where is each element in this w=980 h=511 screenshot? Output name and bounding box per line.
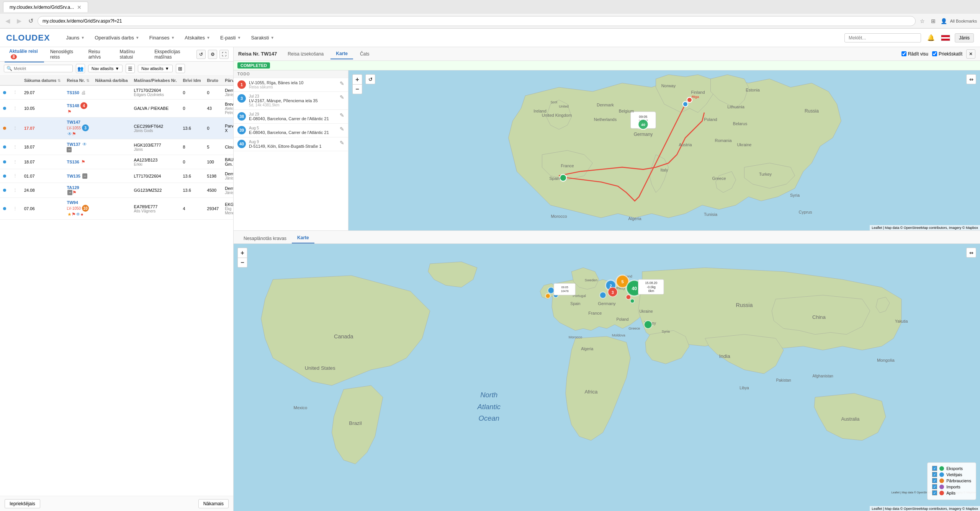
row-menu-btn[interactable]: ⋮ — [12, 106, 18, 111]
route-item[interactable]: 1 LV-1055, Rīga, Bānes iela 10 Reisa sāk… — [234, 78, 348, 92]
bookmark-btn[interactable]: ☆ — [918, 16, 927, 26]
fullscreen-btn[interactable]: ⛶ — [219, 50, 229, 59]
world-zoom-out-btn[interactable]: − — [237, 258, 247, 268]
row-menu-btn[interactable]: ⋮ — [12, 206, 18, 211]
tab-karte[interactable]: Karte — [330, 49, 353, 59]
route-item[interactable]: 3 Jul 23 LV-2167, Mārupe, Pīlenciema iel… — [234, 92, 348, 110]
legend-aplis-checkbox[interactable] — [932, 490, 937, 495]
show-all-check[interactable] — [901, 51, 906, 56]
legend-imports-checkbox[interactable] — [932, 484, 937, 489]
world-zoom-in-btn[interactable]: + — [237, 248, 247, 258]
profile-btn[interactable]: 👤 — [939, 16, 949, 26]
world-map-layers-btn[interactable]: ⇔ — [966, 248, 976, 258]
tab-reisu-arhivs[interactable]: Reisu arhīvs — [84, 47, 114, 62]
row-menu-btn[interactable]: ⋮ — [12, 188, 18, 193]
trip-nr[interactable]: TW147 — [67, 120, 80, 124]
extensions-btn[interactable]: ⊞ — [929, 16, 938, 26]
nav-item-finanses[interactable]: Finanses ▼ — [145, 33, 180, 43]
nav-item-saraksti[interactable]: Saraksti ▼ — [246, 33, 279, 43]
tab-ekspedicijas[interactable]: Ekspedīcijas mašīnas — [150, 47, 195, 62]
route-edit-btn[interactable]: ✎ — [340, 94, 344, 100]
settings-btn[interactable]: ⚙ — [208, 50, 217, 59]
nav-item-operativais[interactable]: Operatīvais darbs ▼ — [90, 33, 144, 43]
tab-reisa-izsekosana[interactable]: Reisa izsekošana — [282, 49, 329, 59]
legend-eksports-checkbox[interactable] — [932, 466, 937, 471]
tab-cats[interactable]: Čats — [355, 49, 375, 59]
notification-btn[interactable]: 🔔 — [926, 33, 936, 43]
map-refresh-btn[interactable]: ↺ — [365, 74, 375, 84]
route-edit-btn[interactable]: ✎ — [340, 126, 344, 132]
row-menu-btn[interactable]: ⋮ — [12, 145, 18, 149]
trip-nr[interactable]: TW135 — [67, 174, 80, 178]
zoom-in-btn[interactable]: + — [352, 74, 362, 84]
row-dots-cell[interactable]: ⋮ — [9, 100, 21, 118]
table-row[interactable]: ⋮ 07.06 TW94LV-1050 10 ★⚑👁● EA789/E777 A… — [0, 198, 233, 220]
row-menu-btn[interactable]: ⋮ — [12, 160, 18, 164]
row-dots-cell[interactable]: ⋮ — [9, 155, 21, 169]
table-row[interactable]: ⋮ 18.07 TS136 ⚑ AA123/B123 Erkki 0 100 B… — [0, 155, 233, 169]
grid-view-btn[interactable]: ⊞ — [176, 64, 185, 73]
tab-karte-bottom[interactable]: Karte — [292, 233, 314, 243]
users-filter-btn[interactable]: 👥 — [76, 64, 85, 73]
language-flag[interactable] — [941, 35, 950, 41]
row-menu-btn[interactable]: ⋮ — [12, 126, 18, 131]
table-row[interactable]: ⋮ 10.05 TS148 4 ⚑ GALVA / PIEKABE 0 43 B… — [0, 100, 233, 118]
tab-nesaplanotaas-kravas[interactable]: Nesaplānotās kravas — [238, 233, 292, 243]
close-trip-detail-btn[interactable]: ✕ — [966, 49, 975, 59]
back-btn[interactable]: ◀ — [3, 16, 12, 26]
legend-vietejais-checkbox[interactable] — [932, 472, 937, 477]
legend-parbrauciens-checkbox[interactable] — [932, 478, 937, 483]
dropdown-filter-2[interactable]: Nav atlasīts ▼ — [138, 65, 172, 72]
forward-btn[interactable]: ▶ — [15, 16, 24, 26]
tab-close-btn[interactable]: ✕ — [77, 4, 82, 10]
zoom-out-btn[interactable]: − — [352, 84, 362, 94]
dropdown-filter-1[interactable]: Nav atlasīts ▼ — [88, 65, 123, 72]
route-item[interactable]: 38 Jul 29 E-08040, Barcelona, Carrer de … — [234, 110, 348, 124]
refresh-btn[interactable]: ↺ — [196, 50, 206, 59]
browser-tab[interactable]: my.cloudex.lv/demo/GridSrv.a... ✕ — [3, 2, 88, 12]
row-menu-btn[interactable]: ⋮ — [12, 173, 18, 178]
row-dots-cell[interactable]: ⋮ — [9, 85, 21, 100]
previews-check[interactable] — [932, 51, 937, 56]
row-dots-cell[interactable]: ⋮ — [9, 139, 21, 155]
trip-nr[interactable]: TS136 — [67, 160, 79, 164]
map-layers-btn[interactable]: ⇔ — [966, 74, 976, 84]
nav-item-epasti[interactable]: E-pasti ▼ — [216, 33, 245, 43]
route-edit-btn[interactable]: ✎ — [340, 112, 344, 118]
route-edit-btn[interactable]: ✎ — [340, 80, 344, 87]
filter-search-box[interactable]: 🔍 — [4, 65, 73, 72]
list-view-btn[interactable]: ☰ — [126, 64, 135, 73]
row-dots-cell[interactable]: ⋮ — [9, 118, 21, 139]
row-dots-cell[interactable]: ⋮ — [9, 198, 21, 220]
reload-btn[interactable]: ↺ — [26, 16, 35, 26]
trip-nr[interactable]: TS150 — [67, 90, 79, 95]
world-map-container[interactable]: Canada United States Mexico Brazil Franc… — [234, 244, 980, 511]
row-dots-cell[interactable]: ⋮ — [9, 169, 21, 183]
tab-masinu-statusi[interactable]: Mašīnu statusi — [115, 47, 149, 62]
show-all-checkbox[interactable]: Rādīt visu — [901, 51, 928, 57]
previews-checkbox[interactable]: Priekšskatīt — [932, 51, 962, 57]
prev-page-btn[interactable]: Iepriekšējais — [5, 499, 40, 508]
table-row[interactable]: ⋮ 17.07 TW147LV-1055 3 👁⚑ CEC299/FT642 J… — [0, 118, 233, 139]
route-item[interactable]: 39 Aug 5 E-08040, Barcelona, Carrer de l… — [234, 124, 348, 137]
route-item[interactable]: 40 Aug 9 D-51149, Köln, Ettore-Bugatti-S… — [234, 137, 348, 151]
trip-nr[interactable]: TS148 — [67, 103, 79, 108]
row-dots-cell[interactable]: ⋮ — [9, 183, 21, 198]
row-menu-btn[interactable]: ⋮ — [12, 90, 18, 95]
trip-map[interactable]: 09:05 10477 0.0km 40 Germany France Spai… — [348, 70, 980, 230]
nav-item-jauns[interactable]: Jauns ▼ — [62, 33, 90, 43]
tab-nenoslēgts[interactable]: Nenoslēgts reiss — [46, 47, 82, 62]
table-row[interactable]: ⋮ 29.07 TS150 🖨 LT7170/Z2604 Edgars Ozol… — [0, 85, 233, 100]
trip-nr[interactable]: TW94 — [67, 200, 78, 205]
table-row[interactable]: ⋮ 18.07 TW137 👁− HGK103/E777 Jānis 8 5 C… — [0, 139, 233, 155]
search-input[interactable] — [14, 66, 70, 71]
global-search-input[interactable] — [844, 33, 921, 42]
route-edit-btn[interactable]: ✎ — [340, 140, 344, 146]
trip-nr[interactable]: TW137 — [67, 142, 80, 147]
nav-item-atskaites[interactable]: Atskaites ▼ — [180, 33, 215, 43]
tab-aktualje-reisi[interactable]: Aktuālie reisi 8 — [5, 47, 44, 62]
table-row[interactable]: ⋮ 24.08 TA129 −⚑ GG123/MZ522 13.6 4500 D… — [0, 183, 233, 198]
trip-nr[interactable]: TA129 — [67, 185, 79, 190]
user-menu-btn[interactable]: Jānis — [955, 33, 974, 42]
address-bar[interactable] — [38, 16, 916, 26]
